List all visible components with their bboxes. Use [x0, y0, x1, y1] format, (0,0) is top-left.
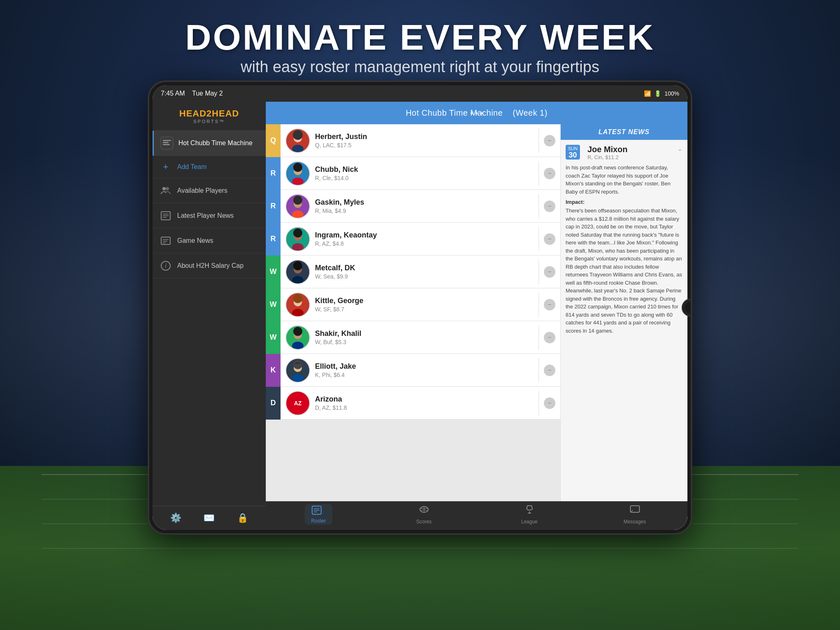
status-icons: 📶 🔋 100% — [644, 90, 679, 97]
tab-bar: Roster Scores — [266, 501, 687, 530]
position-badge-r: R — [266, 223, 281, 256]
player-name: Shakir, Khalil — [315, 329, 534, 338]
logo-sub: SPORTS™ — [193, 119, 225, 124]
scores-tab-icon — [419, 504, 429, 517]
hero-text: DOMINATE EVERY WEEK with easy roster man… — [0, 16, 840, 76]
remove-player-button[interactable]: − — [544, 266, 555, 278]
tab-roster[interactable]: Roster — [266, 504, 371, 525]
roster-item: W Shakir, Khalil — [266, 321, 560, 354]
news-body-text: In his post-draft news conference Saturd… — [566, 164, 682, 196]
remove-player-button[interactable]: − — [544, 168, 555, 179]
news-date-badge: SUN 30 — [566, 145, 580, 160]
settings-icon[interactable]: ⚙️ — [170, 513, 181, 523]
player-info: Gaskin, Myles R, Mia, $4.9 — [315, 198, 534, 214]
wifi-icon: 📶 — [644, 90, 651, 97]
tab-roster-label: Roster — [311, 518, 326, 524]
chevron-down-icon[interactable]: ⌄ — [677, 145, 682, 153]
sidebar-item-latest-news[interactable]: Latest Player News — [153, 203, 266, 228]
divider — [539, 161, 539, 186]
player-name: Gaskin, Myles — [315, 198, 534, 207]
tab-scores[interactable]: Scores — [371, 504, 477, 525]
remove-player-button[interactable]: − — [544, 397, 555, 409]
remove-player-button[interactable]: − — [544, 201, 555, 212]
player-avatar — [285, 128, 310, 153]
position-badge-w: W — [266, 288, 281, 321]
news-panel-header: LATEST NEWS — [561, 124, 687, 140]
roster-item: W Metcalf, DK — [266, 256, 560, 288]
roster-item: D AZ Arizona D, AZ, $11.8 − — [266, 387, 560, 420]
svg-rect-2 — [163, 142, 169, 143]
player-details: R, Cle, $14.0 — [315, 175, 534, 181]
messages-tab-icon — [630, 504, 640, 517]
svg-rect-3 — [163, 144, 170, 145]
device-frame: 7:45 AM Tue May 2 📶 🔋 100% HEAD2HEAD SPO… — [149, 82, 691, 533]
remove-player-button[interactable]: − — [544, 233, 555, 245]
battery-icon: 🔋 — [654, 90, 661, 97]
sidebar-item-add-team[interactable]: + Add Team — [153, 156, 266, 178]
svg-point-43 — [293, 327, 302, 336]
tab-messages[interactable]: Messages — [582, 504, 687, 525]
divider — [539, 194, 539, 219]
sidebar-item-about[interactable]: i About H2H Salary Cap — [153, 253, 266, 278]
svg-point-31 — [293, 228, 302, 237]
sidebar-nav: Hot Chubb Time Machine + Add Team — [153, 131, 266, 506]
roster-item: Q Herbert, Justin — [266, 124, 560, 157]
player-avatar: AZ — [285, 391, 310, 415]
roster-item: W Kittle, George — [266, 288, 560, 321]
svg-text:i: i — [165, 262, 167, 269]
player-name: Chubb, Nick — [315, 165, 534, 174]
position-badge-k: K — [266, 354, 281, 387]
tab-league[interactable]: League — [477, 504, 582, 525]
content-area: Q Herbert, Justin — [266, 124, 687, 501]
header-dot-2 — [475, 112, 478, 114]
svg-point-5 — [166, 187, 169, 190]
sidebar-item-team[interactable]: Hot Chubb Time Machine — [153, 131, 266, 156]
lock-icon[interactable]: 🔒 — [237, 513, 248, 523]
main-content: Hot Chubb Time Machine (Week 1) Q — [266, 102, 687, 530]
position-badge-w: W — [266, 256, 281, 288]
player-info: Kittle, George W, SF, $8.7 — [315, 297, 534, 313]
remove-player-button[interactable]: − — [544, 365, 555, 376]
player-details: W, Buf, $5.3 — [315, 339, 534, 345]
remove-player-button[interactable]: − — [544, 299, 555, 310]
svg-point-35 — [293, 261, 302, 270]
position-badge-w: W — [266, 321, 281, 354]
add-icon: + — [159, 162, 172, 172]
player-details: W, SF, $8.7 — [315, 306, 534, 313]
news-impact-label: Impact: — [566, 199, 682, 205]
roster-item: R Gaskin, Myles — [266, 190, 560, 223]
sidebar-item-game-news[interactable]: Game News — [153, 228, 266, 253]
player-info: Arizona D, AZ, $11.8 — [315, 395, 534, 411]
svg-rect-10 — [161, 237, 170, 244]
news-content: SUN 30 Joe Mixon R, Cin, $11.2 ⌄ — [561, 140, 687, 501]
player-name: Ingram, Keaontay — [315, 231, 534, 240]
position-badge-d: D — [266, 387, 281, 420]
game-news-label: Game News — [177, 237, 213, 244]
news-impact-text: There's been offseason speculation that … — [566, 207, 682, 335]
roster-tab-icon — [311, 505, 326, 518]
remove-player-button[interactable]: − — [544, 332, 555, 343]
player-info: Shakir, Khalil W, Buf, $5.3 — [315, 329, 534, 345]
svg-point-39 — [293, 294, 302, 303]
divider — [539, 358, 539, 383]
league-tab-icon — [524, 504, 535, 517]
news-item-header: SUN 30 Joe Mixon R, Cin, $11.2 ⌄ — [566, 145, 682, 160]
player-info: Chubb, Nick R, Cle, $14.0 — [315, 165, 534, 181]
sidebar-item-available-players[interactable]: Available Players — [153, 178, 266, 203]
logo: HEAD2HEAD SPORTS™ — [159, 108, 259, 124]
player-name: Herbert, Justin — [315, 132, 534, 141]
tab-roster-bg: Roster — [305, 504, 332, 525]
hero-subtitle: with easy roster management right at you… — [0, 58, 840, 76]
svg-point-27 — [293, 196, 302, 205]
roster-list: Q Herbert, Justin — [266, 124, 560, 501]
player-name: Arizona — [315, 395, 534, 404]
player-details: Q, LAC, $17.5 — [315, 142, 534, 148]
remove-player-button[interactable]: − — [544, 135, 555, 146]
available-players-icon — [159, 184, 172, 197]
player-name: Kittle, George — [315, 297, 534, 305]
mail-icon[interactable]: ✉️ — [203, 513, 215, 523]
player-info: Herbert, Justin Q, LAC, $17.5 — [315, 132, 534, 148]
roster-item: R Ingram, Keaontay — [266, 223, 560, 256]
player-avatar — [285, 358, 310, 383]
position-badge-r: R — [266, 157, 281, 190]
